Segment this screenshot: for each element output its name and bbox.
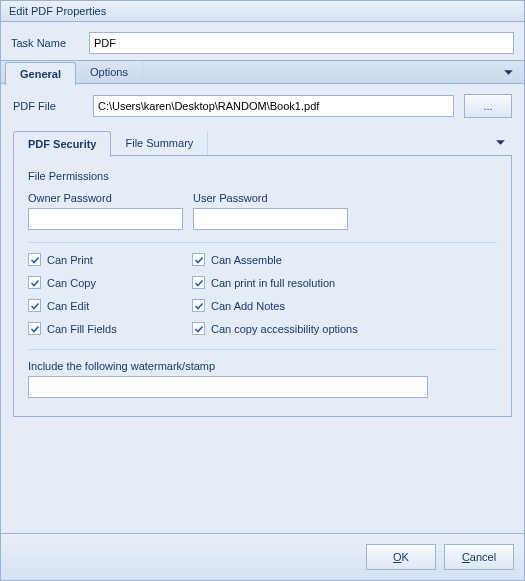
checkbox-label: Can Fill Fields xyxy=(47,323,117,335)
watermark-label: Include the following watermark/stamp xyxy=(28,360,497,372)
check-icon xyxy=(192,322,205,335)
tab-body: PDF File ... PDF Security File Summary F… xyxy=(1,84,524,533)
checkbox-label: Can Assemble xyxy=(211,254,282,266)
watermark-input[interactable] xyxy=(28,376,428,398)
check-icon xyxy=(28,299,41,312)
watermark-row: Include the following watermark/stamp xyxy=(28,360,497,398)
check-icon xyxy=(192,253,205,266)
title-text: Edit PDF Properties xyxy=(9,5,106,17)
pdf-file-input[interactable] xyxy=(93,95,454,117)
pdf-file-label: PDF File xyxy=(13,100,83,112)
title-bar: Edit PDF Properties xyxy=(1,1,524,22)
task-name-input[interactable] xyxy=(89,32,514,54)
security-panel: File Permissions Owner Password User Pas… xyxy=(13,156,512,417)
separator xyxy=(28,242,497,243)
checkbox-can-print[interactable]: Can Print xyxy=(28,253,188,266)
checkbox-label: Can print in full resolution xyxy=(211,277,335,289)
pdf-file-row: PDF File ... xyxy=(13,94,512,118)
checkbox-label: Can Copy xyxy=(47,277,96,289)
check-icon xyxy=(28,322,41,335)
checkbox-can-edit[interactable]: Can Edit xyxy=(28,299,188,312)
tab-file-summary[interactable]: File Summary xyxy=(111,131,208,155)
tabs-dropdown-icon[interactable] xyxy=(497,63,520,82)
checkbox-label: Can copy accessibility options xyxy=(211,323,358,335)
owner-password-input[interactable] xyxy=(28,208,183,230)
checkbox-label: Can Edit xyxy=(47,300,89,312)
tab-pdf-security[interactable]: PDF Security xyxy=(13,131,111,157)
check-icon xyxy=(192,276,205,289)
user-password-input[interactable] xyxy=(193,208,348,230)
tab-general[interactable]: General xyxy=(5,62,76,85)
file-permissions-label: File Permissions xyxy=(28,170,497,182)
ok-button[interactable]: OK xyxy=(366,544,436,570)
check-icon xyxy=(28,253,41,266)
dialog-footer: OK Cancel xyxy=(1,533,524,580)
browse-button[interactable]: ... xyxy=(464,94,512,118)
check-icon xyxy=(28,276,41,289)
checkbox-can-fill-fields[interactable]: Can Fill Fields xyxy=(28,322,188,335)
user-password-label: User Password xyxy=(193,192,348,204)
permissions-grid: Can Print Can Assemble Can Copy Can prin… xyxy=(28,253,497,335)
checkbox-can-copy-accessibility[interactable]: Can copy accessibility options xyxy=(192,322,412,335)
check-icon xyxy=(192,299,205,312)
inner-tabs-dropdown-icon[interactable] xyxy=(489,133,512,152)
task-name-row: Task Name xyxy=(1,22,524,60)
checkbox-label: Can Print xyxy=(47,254,93,266)
checkbox-can-copy[interactable]: Can Copy xyxy=(28,276,188,289)
inner-tabs: PDF Security File Summary xyxy=(13,130,512,156)
tab-options[interactable]: Options xyxy=(76,61,143,83)
checkbox-can-assemble[interactable]: Can Assemble xyxy=(192,253,412,266)
checkbox-can-print-full[interactable]: Can print in full resolution xyxy=(192,276,412,289)
dialog-edit-pdf-properties: Edit PDF Properties Task Name General Op… xyxy=(0,0,525,581)
cancel-button[interactable]: Cancel xyxy=(444,544,514,570)
task-name-label: Task Name xyxy=(11,37,81,49)
separator xyxy=(28,349,497,350)
checkbox-can-add-notes[interactable]: Can Add Notes xyxy=(192,299,412,312)
owner-password-label: Owner Password xyxy=(28,192,183,204)
password-row: Owner Password User Password xyxy=(28,192,497,230)
main-tabs: General Options xyxy=(1,60,524,84)
checkbox-label: Can Add Notes xyxy=(211,300,285,312)
